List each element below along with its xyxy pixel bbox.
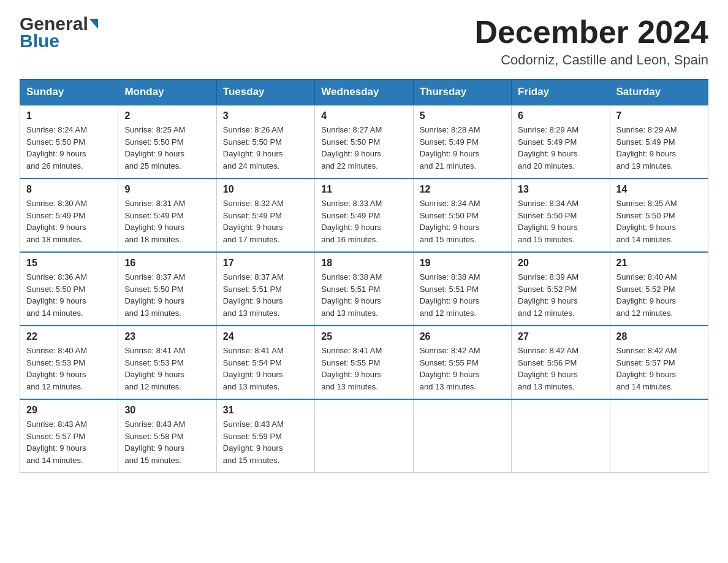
- calendar-cell: 14 Sunrise: 8:35 AM Sunset: 5:50 PM Dayl…: [610, 178, 708, 252]
- header-cell-friday: Friday: [512, 80, 610, 105]
- day-number: 16: [124, 258, 210, 269]
- day-number: 20: [518, 258, 603, 269]
- calendar-cell: [315, 399, 413, 473]
- header-cell-wednesday: Wednesday: [315, 80, 413, 105]
- calendar-body: 1 Sunrise: 8:24 AM Sunset: 5:50 PM Dayli…: [20, 105, 708, 473]
- calendar-cell: 29 Sunrise: 8:43 AM Sunset: 5:57 PM Dayl…: [20, 399, 118, 473]
- logo: General Blue: [20, 15, 98, 50]
- header-row: SundayMondayTuesdayWednesdayThursdayFrid…: [20, 80, 708, 105]
- day-number: 9: [124, 184, 210, 195]
- day-number: 12: [420, 184, 505, 195]
- day-number: 5: [420, 110, 505, 121]
- day-number: 11: [321, 184, 406, 195]
- day-info: Sunrise: 8:41 AM Sunset: 5:55 PM Dayligh…: [321, 345, 406, 393]
- day-info: Sunrise: 8:27 AM Sunset: 5:50 PM Dayligh…: [321, 124, 406, 172]
- day-number: 17: [223, 258, 308, 269]
- calendar-cell: [610, 399, 708, 473]
- day-info: Sunrise: 8:43 AM Sunset: 5:59 PM Dayligh…: [223, 418, 308, 466]
- calendar-table: SundayMondayTuesdayWednesdayThursdayFrid…: [20, 79, 708, 473]
- calendar-cell: 21 Sunrise: 8:40 AM Sunset: 5:52 PM Dayl…: [610, 252, 708, 326]
- day-info: Sunrise: 8:42 AM Sunset: 5:55 PM Dayligh…: [420, 345, 505, 393]
- day-info: Sunrise: 8:30 AM Sunset: 5:49 PM Dayligh…: [26, 197, 112, 245]
- page-header: General Blue December 2024 Codorniz, Cas…: [20, 15, 708, 68]
- calendar-cell: 1 Sunrise: 8:24 AM Sunset: 5:50 PM Dayli…: [20, 105, 118, 178]
- calendar-week-3: 15 Sunrise: 8:36 AM Sunset: 5:50 PM Dayl…: [20, 252, 708, 326]
- day-number: 1: [26, 110, 112, 121]
- header-cell-saturday: Saturday: [610, 80, 708, 105]
- day-info: Sunrise: 8:39 AM Sunset: 5:52 PM Dayligh…: [518, 271, 603, 319]
- calendar-cell: 7 Sunrise: 8:29 AM Sunset: 5:49 PM Dayli…: [610, 105, 708, 178]
- day-info: Sunrise: 8:26 AM Sunset: 5:50 PM Dayligh…: [223, 124, 308, 172]
- page-subtitle: Codorniz, Castille and Leon, Spain: [474, 52, 708, 68]
- calendar-cell: 12 Sunrise: 8:34 AM Sunset: 5:50 PM Dayl…: [413, 178, 511, 252]
- day-number: 3: [223, 110, 308, 121]
- day-info: Sunrise: 8:29 AM Sunset: 5:49 PM Dayligh…: [616, 124, 702, 172]
- day-info: Sunrise: 8:28 AM Sunset: 5:49 PM Dayligh…: [420, 124, 505, 172]
- day-number: 6: [518, 110, 603, 121]
- calendar-cell: 2 Sunrise: 8:25 AM Sunset: 5:50 PM Dayli…: [118, 105, 216, 178]
- day-number: 31: [223, 405, 308, 416]
- calendar-cell: 11 Sunrise: 8:33 AM Sunset: 5:49 PM Dayl…: [315, 178, 413, 252]
- day-info: Sunrise: 8:25 AM Sunset: 5:50 PM Dayligh…: [124, 124, 210, 172]
- calendar-cell: 9 Sunrise: 8:31 AM Sunset: 5:49 PM Dayli…: [118, 178, 216, 252]
- day-number: 21: [616, 258, 702, 269]
- day-info: Sunrise: 8:34 AM Sunset: 5:50 PM Dayligh…: [518, 197, 603, 245]
- day-number: 19: [420, 258, 505, 269]
- logo-blue-text: Blue: [20, 32, 98, 50]
- calendar-cell: 6 Sunrise: 8:29 AM Sunset: 5:49 PM Dayli…: [512, 105, 610, 178]
- day-info: Sunrise: 8:41 AM Sunset: 5:53 PM Dayligh…: [124, 345, 210, 393]
- day-info: Sunrise: 8:38 AM Sunset: 5:51 PM Dayligh…: [321, 271, 406, 319]
- day-number: 26: [420, 331, 505, 342]
- calendar-cell: 19 Sunrise: 8:38 AM Sunset: 5:51 PM Dayl…: [413, 252, 511, 326]
- day-number: 13: [518, 184, 603, 195]
- day-number: 29: [26, 405, 112, 416]
- day-number: 23: [124, 331, 210, 342]
- calendar-cell: 30 Sunrise: 8:43 AM Sunset: 5:58 PM Dayl…: [118, 399, 216, 473]
- calendar-cell: 3 Sunrise: 8:26 AM Sunset: 5:50 PM Dayli…: [216, 105, 314, 178]
- calendar-week-1: 1 Sunrise: 8:24 AM Sunset: 5:50 PM Dayli…: [20, 105, 708, 178]
- calendar-cell: 16 Sunrise: 8:37 AM Sunset: 5:50 PM Dayl…: [118, 252, 216, 326]
- day-info: Sunrise: 8:42 AM Sunset: 5:57 PM Dayligh…: [616, 345, 702, 393]
- day-info: Sunrise: 8:37 AM Sunset: 5:51 PM Dayligh…: [223, 271, 308, 319]
- day-number: 25: [321, 331, 406, 342]
- calendar-cell: 31 Sunrise: 8:43 AM Sunset: 5:59 PM Dayl…: [216, 399, 314, 473]
- calendar-cell: 8 Sunrise: 8:30 AM Sunset: 5:49 PM Dayli…: [20, 178, 118, 252]
- day-info: Sunrise: 8:37 AM Sunset: 5:50 PM Dayligh…: [124, 271, 210, 319]
- day-info: Sunrise: 8:38 AM Sunset: 5:51 PM Dayligh…: [420, 271, 505, 319]
- day-info: Sunrise: 8:40 AM Sunset: 5:52 PM Dayligh…: [616, 271, 702, 319]
- calendar-week-4: 22 Sunrise: 8:40 AM Sunset: 5:53 PM Dayl…: [20, 326, 708, 399]
- day-info: Sunrise: 8:42 AM Sunset: 5:56 PM Dayligh…: [518, 345, 603, 393]
- day-number: 27: [518, 331, 603, 342]
- day-number: 7: [616, 110, 702, 121]
- day-number: 22: [26, 331, 112, 342]
- day-info: Sunrise: 8:33 AM Sunset: 5:49 PM Dayligh…: [321, 197, 406, 245]
- header-cell-tuesday: Tuesday: [216, 80, 314, 105]
- day-info: Sunrise: 8:41 AM Sunset: 5:54 PM Dayligh…: [223, 345, 308, 393]
- calendar-header: SundayMondayTuesdayWednesdayThursdayFrid…: [20, 80, 708, 105]
- day-info: Sunrise: 8:36 AM Sunset: 5:50 PM Dayligh…: [26, 271, 112, 319]
- calendar-cell: 22 Sunrise: 8:40 AM Sunset: 5:53 PM Dayl…: [20, 326, 118, 399]
- calendar-cell: 15 Sunrise: 8:36 AM Sunset: 5:50 PM Dayl…: [20, 252, 118, 326]
- calendar-cell: 18 Sunrise: 8:38 AM Sunset: 5:51 PM Dayl…: [315, 252, 413, 326]
- calendar-cell: 10 Sunrise: 8:32 AM Sunset: 5:49 PM Dayl…: [216, 178, 314, 252]
- calendar-cell: [512, 399, 610, 473]
- day-number: 18: [321, 258, 406, 269]
- day-number: 8: [26, 184, 112, 195]
- calendar-cell: 27 Sunrise: 8:42 AM Sunset: 5:56 PM Dayl…: [512, 326, 610, 399]
- calendar-cell: 24 Sunrise: 8:41 AM Sunset: 5:54 PM Dayl…: [216, 326, 314, 399]
- day-number: 15: [26, 258, 112, 269]
- page-title: December 2024: [474, 15, 708, 50]
- header-cell-thursday: Thursday: [413, 80, 511, 105]
- day-number: 10: [223, 184, 308, 195]
- logo-arrow-icon: [89, 19, 98, 29]
- title-block: December 2024 Codorniz, Castille and Leo…: [474, 15, 708, 68]
- calendar-cell: 4 Sunrise: 8:27 AM Sunset: 5:50 PM Dayli…: [315, 105, 413, 178]
- day-number: 30: [124, 405, 210, 416]
- calendar-cell: 25 Sunrise: 8:41 AM Sunset: 5:55 PM Dayl…: [315, 326, 413, 399]
- calendar-cell: 26 Sunrise: 8:42 AM Sunset: 5:55 PM Dayl…: [413, 326, 511, 399]
- header-cell-sunday: Sunday: [20, 80, 118, 105]
- day-number: 14: [616, 184, 702, 195]
- calendar-week-2: 8 Sunrise: 8:30 AM Sunset: 5:49 PM Dayli…: [20, 178, 708, 252]
- day-info: Sunrise: 8:43 AM Sunset: 5:58 PM Dayligh…: [124, 418, 210, 466]
- calendar-cell: 17 Sunrise: 8:37 AM Sunset: 5:51 PM Dayl…: [216, 252, 314, 326]
